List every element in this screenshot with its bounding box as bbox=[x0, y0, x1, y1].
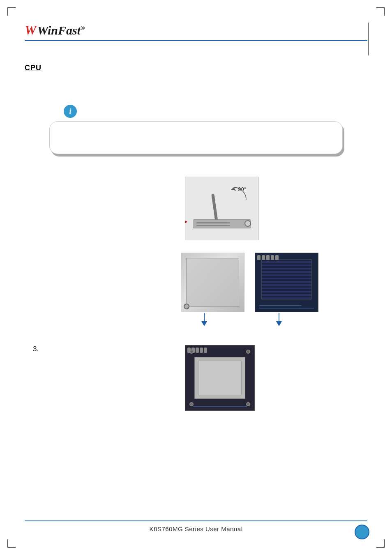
cpu-notch bbox=[184, 304, 189, 309]
screw-br bbox=[246, 402, 250, 406]
arrow-head-down-right bbox=[276, 321, 282, 326]
info-circle: i bbox=[64, 105, 77, 118]
note-box bbox=[49, 121, 343, 154]
angle-arc bbox=[230, 183, 250, 204]
cpu-chip-inner bbox=[186, 258, 239, 307]
corner-mark-br bbox=[376, 539, 385, 548]
corner-mark-bl bbox=[7, 539, 16, 548]
section-heading: CPU bbox=[25, 64, 42, 72]
footer-circle bbox=[355, 525, 369, 539]
arrow-vert-line-right bbox=[279, 313, 279, 321]
arrow-down-left bbox=[201, 313, 207, 326]
screw-bl bbox=[189, 402, 194, 406]
capacitors bbox=[257, 255, 279, 260]
pin-grid bbox=[261, 259, 312, 299]
board-trace-2 bbox=[259, 305, 302, 306]
board-trace bbox=[259, 308, 314, 309]
step3-label: 3. bbox=[33, 345, 39, 353]
step3-cpu-placed bbox=[194, 357, 245, 399]
socket-base bbox=[193, 219, 251, 228]
screw-tr bbox=[246, 350, 250, 354]
page-footer: K8S760MG Series User Manual bbox=[25, 520, 367, 532]
screw-tl bbox=[189, 350, 194, 354]
right-margin-line bbox=[368, 23, 369, 55]
arrow-head-down-left bbox=[201, 321, 207, 326]
info-icon: i bbox=[64, 105, 77, 118]
logo-text: WinFast® bbox=[37, 23, 85, 37]
lever-container: 90° bbox=[185, 177, 258, 240]
board3 bbox=[185, 345, 254, 410]
step2-socket-image bbox=[255, 253, 318, 312]
socket-board bbox=[255, 253, 318, 312]
arrow-down-right bbox=[276, 313, 282, 326]
arrow-vert-line-left bbox=[204, 313, 205, 321]
step1-arrow bbox=[185, 219, 187, 224]
socket-circle bbox=[244, 220, 251, 227]
page-header: W WinFast® bbox=[25, 23, 367, 41]
footer-text: K8S760MG Series User Manual bbox=[150, 525, 243, 532]
step2-cpu-image bbox=[181, 253, 244, 312]
logo-w-icon: W bbox=[25, 23, 36, 38]
step3-image bbox=[185, 345, 255, 411]
cpu-chip bbox=[181, 253, 244, 312]
svg-marker-0 bbox=[231, 187, 236, 191]
corner-mark-tr bbox=[376, 7, 385, 16]
step1-image: 90° bbox=[185, 177, 259, 240]
corner-mark-tl bbox=[7, 7, 16, 16]
